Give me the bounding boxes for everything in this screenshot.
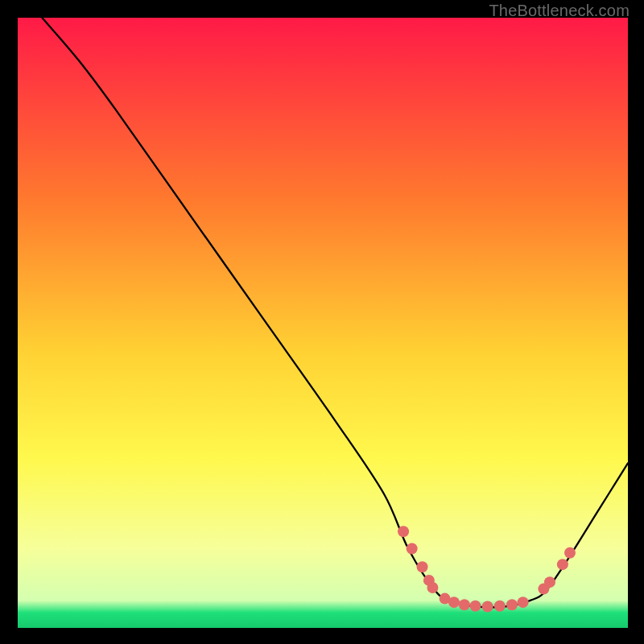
data-marker — [459, 599, 470, 610]
data-marker — [564, 547, 576, 559]
data-marker — [398, 526, 409, 537]
data-marker — [427, 582, 438, 593]
data-marker — [407, 543, 418, 554]
attribution-label: TheBottleneck.com — [489, 2, 630, 20]
curve-layer — [18, 18, 628, 628]
bottleneck-curve — [42, 18, 628, 607]
chart-stage: TheBottleneck.com — [0, 0, 644, 644]
data-marker — [557, 559, 568, 570]
data-marker — [417, 561, 428, 572]
data-marker — [482, 601, 493, 612]
curve-markers — [398, 526, 576, 612]
data-marker — [518, 597, 529, 608]
data-marker — [448, 597, 460, 608]
data-marker — [544, 576, 555, 588]
data-marker — [470, 601, 481, 612]
data-marker — [506, 599, 518, 610]
data-marker — [494, 601, 506, 612]
plot-area — [18, 18, 628, 628]
